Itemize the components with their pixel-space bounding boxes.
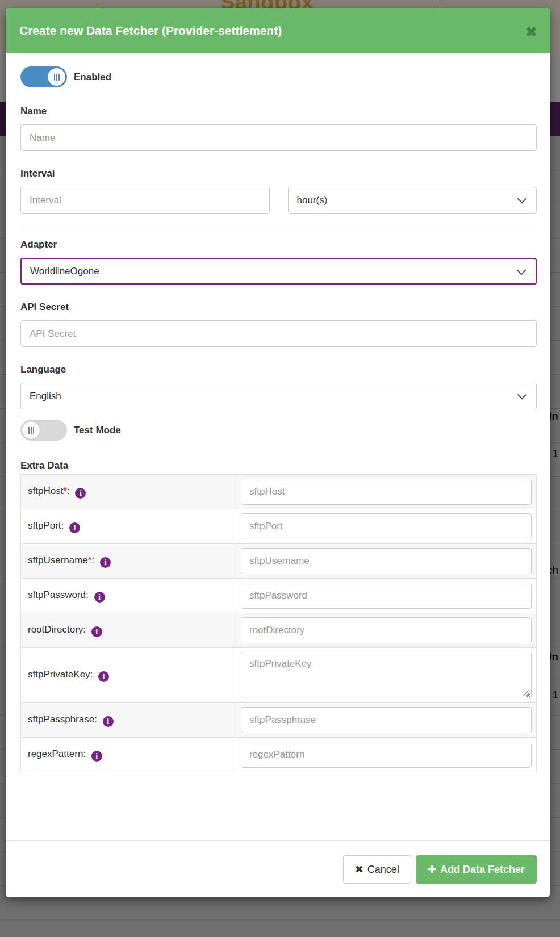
interval-label: Interval	[20, 168, 537, 179]
sftpPassword-input[interactable]	[241, 583, 532, 609]
add-data-fetcher-button[interactable]: ✚Add Data Fetcher	[416, 855, 537, 884]
required-asterisk: *	[88, 555, 92, 566]
toggle-knob	[48, 68, 65, 86]
modal-body: Enabled Name Interval hour(s) Adapter	[6, 53, 550, 772]
chevron-down-icon	[517, 194, 527, 204]
extra-data-key-label: sftpPassphrase	[28, 714, 94, 725]
sftpPassphrase-input[interactable]	[241, 707, 532, 733]
info-icon[interactable]: i	[91, 751, 102, 762]
extra-data-key-label: sftpPassword	[28, 589, 86, 600]
interval-field-group: Interval hour(s)	[20, 168, 537, 214]
adapter-value: WorldlineOgone	[30, 266, 99, 277]
extra-data-row: sftpPrivateKey: i	[21, 648, 537, 703]
toggle-knob	[22, 421, 40, 439]
info-icon[interactable]: i	[100, 557, 111, 568]
language-value: English	[30, 391, 61, 402]
name-field-group: Name	[20, 106, 537, 151]
sftpHost-input[interactable]	[241, 479, 532, 505]
extra-data-table: sftpHost*: i sftpPort: i sftpUsername*: …	[20, 474, 537, 772]
sftpPrivateKey-textarea[interactable]	[241, 652, 532, 698]
interval-input[interactable]	[20, 187, 270, 214]
test-mode-toggle-label: Test Mode	[74, 425, 121, 436]
api-secret-input[interactable]	[20, 320, 537, 347]
rootDirectory-input[interactable]	[241, 617, 532, 643]
enabled-toggle-row: Enabled	[20, 66, 537, 87]
extra-data-input-cell	[236, 544, 537, 579]
extra-data-row: rootDirectory: i	[21, 613, 537, 648]
language-label: Language	[20, 364, 537, 375]
adapter-label: Adapter	[20, 239, 537, 250]
info-icon[interactable]: i	[94, 592, 105, 603]
extra-data-input-cell	[236, 738, 537, 772]
modal-footer: ✖Cancel ✚Add Data Fetcher	[6, 840, 550, 897]
create-data-fetcher-modal: Create new Data Fetcher (Provider-settle…	[6, 8, 550, 897]
extra-data-row: sftpPassword: i	[21, 579, 537, 613]
name-input[interactable]	[20, 124, 537, 151]
extra-data-row: sftpPort: i	[21, 509, 537, 544]
extra-data-input-cell	[236, 613, 537, 648]
extra-data-key-cell: sftpPassphrase: i	[21, 703, 236, 738]
enabled-toggle[interactable]	[20, 66, 67, 87]
extra-data-key-cell: sftpUsername*: i	[21, 544, 236, 579]
x-icon: ✖	[355, 864, 363, 875]
modal-title: Create new Data Fetcher (Provider-settle…	[19, 24, 282, 37]
language-field-group: Language English	[20, 364, 537, 409]
interval-unit-value: hour(s)	[297, 195, 328, 206]
language-select[interactable]: English	[20, 383, 537, 409]
test-mode-toggle[interactable]	[20, 420, 67, 441]
extra-data-key-cell: sftpPrivateKey: i	[21, 648, 236, 703]
extra-data-key-cell: regexPattern: i	[21, 738, 236, 772]
extra-data-key-cell: sftpPassword: i	[21, 579, 236, 613]
close-icon[interactable]: ✖	[525, 25, 537, 39]
chevron-down-icon	[517, 266, 526, 275]
section-divider	[20, 231, 537, 231]
extra-data-row: regexPattern: i	[21, 738, 537, 772]
extra-data-key-cell: sftpPort: i	[21, 509, 236, 544]
extra-data-key-label: sftpHost	[28, 486, 63, 496]
modal-header: Create new Data Fetcher (Provider-settle…	[6, 8, 550, 53]
extra-data-row: sftpPassphrase: i	[21, 703, 537, 738]
info-icon[interactable]: i	[103, 716, 114, 727]
sftpPort-input[interactable]	[241, 513, 532, 539]
sftpUsername-input[interactable]	[241, 548, 532, 574]
extra-data-input-cell	[236, 579, 537, 613]
chevron-down-icon	[517, 390, 527, 400]
interval-unit-select[interactable]: hour(s)	[288, 187, 537, 214]
extra-data-key-label: sftpPrivateKey	[28, 669, 90, 680]
extra-data-row: sftpUsername*: i	[21, 544, 537, 579]
extra-data-key-cell: rootDirectory: i	[21, 613, 236, 648]
extra-data-key-label: sftpPort	[28, 520, 61, 531]
api-secret-field-group: API Secret	[20, 302, 537, 347]
info-icon[interactable]: i	[75, 488, 86, 499]
api-secret-label: API Secret	[20, 302, 537, 313]
extra-data-title: Extra Data	[20, 460, 537, 471]
add-label: Add Data Fetcher	[440, 864, 525, 875]
required-asterisk: *	[63, 486, 67, 496]
extra-data-input-cell	[236, 703, 537, 738]
extra-data-key-cell: sftpHost*: i	[21, 475, 236, 509]
plus-icon: ✚	[428, 864, 436, 875]
adapter-select[interactable]: WorldlineOgone	[20, 258, 537, 285]
name-label: Name	[20, 106, 537, 117]
extra-data-input-cell	[236, 509, 537, 544]
extra-data-key-label: regexPattern	[28, 748, 83, 759]
extra-data-row: sftpHost*: i	[21, 475, 537, 509]
info-icon[interactable]: i	[69, 522, 80, 533]
adapter-field-group: Adapter WorldlineOgone	[20, 239, 537, 285]
info-icon[interactable]: i	[91, 626, 102, 637]
extra-data-key-label: sftpUsername	[28, 555, 88, 566]
enabled-toggle-label: Enabled	[74, 72, 111, 83]
cancel-button[interactable]: ✖Cancel	[343, 855, 411, 884]
extra-data-input-cell	[236, 475, 537, 509]
extra-data-key-label: rootDirectory	[28, 624, 83, 635]
page-root: Sandbox In1chIn1 Create new Data Fetcher…	[0, 0, 560, 937]
extra-data-input-cell	[236, 648, 537, 703]
regexPattern-input[interactable]	[241, 742, 532, 768]
extra-data-section: Extra Data sftpHost*: i sftpPort: i sftp…	[20, 460, 537, 772]
info-icon[interactable]: i	[98, 671, 109, 682]
cancel-label: Cancel	[367, 864, 399, 875]
test-mode-toggle-row: Test Mode	[20, 420, 537, 441]
